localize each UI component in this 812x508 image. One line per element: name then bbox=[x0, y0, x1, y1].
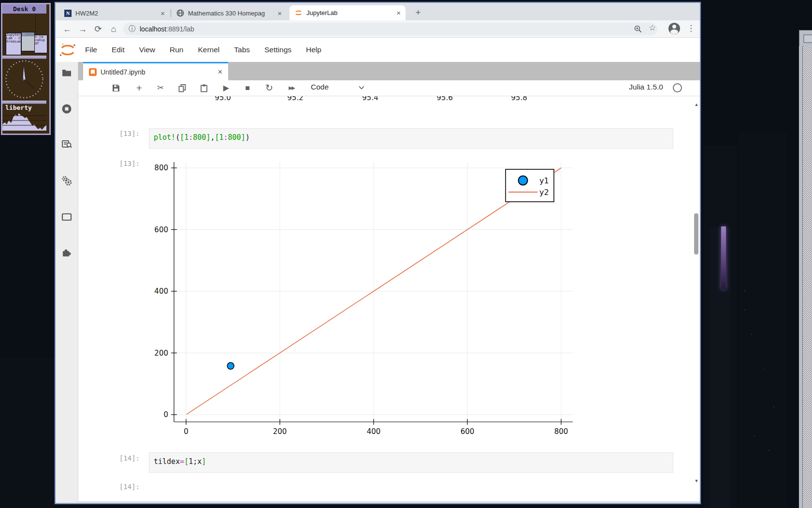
pager-titlebar[interactable]: Desk 0 bbox=[2, 4, 46, 14]
svg-text:600: 600 bbox=[461, 427, 475, 436]
zoom-icon[interactable] bbox=[634, 25, 642, 33]
tab-favicon-n: N bbox=[64, 10, 72, 17]
jupyter-logo bbox=[58, 43, 77, 58]
svg-text:y2: y2 bbox=[539, 188, 549, 197]
scroll-down-icon[interactable]: ▼ bbox=[693, 478, 700, 483]
input-prompt: [13]: bbox=[93, 130, 140, 137]
menu-settings[interactable]: Settings bbox=[257, 45, 299, 54]
background-window-scrollbar[interactable] bbox=[803, 46, 811, 508]
clipped-axis-label: 95.8 bbox=[511, 96, 527, 102]
command-palette-icon[interactable] bbox=[61, 138, 72, 150]
pager-window[interactable]: JupyterLab - Chromium bbox=[6, 33, 21, 55]
pager-window[interactable]: s-ja-canipdf bbox=[34, 35, 47, 53]
reload-icon[interactable]: ⟳ bbox=[92, 23, 104, 35]
notebook-tab[interactable]: Untitled7.ipynb × bbox=[83, 62, 228, 80]
clipped-axis-label: 95.0 bbox=[215, 96, 231, 102]
address-bar[interactable]: ⓘ localhost:8891/lab bbox=[123, 23, 657, 35]
background-window-edge bbox=[799, 30, 812, 508]
tab-close-icon[interactable]: × bbox=[396, 9, 401, 16]
browser-urlbar: ← → ⟳ ⌂ ⓘ localhost:8891/lab ☆ ⋮ bbox=[56, 20, 700, 38]
copy-cells-button[interactable] bbox=[176, 82, 188, 94]
svg-text:800: 800 bbox=[154, 164, 168, 172]
skyline-building bbox=[739, 133, 787, 508]
home-icon[interactable]: ⌂ bbox=[108, 23, 119, 35]
svg-text:200: 200 bbox=[154, 349, 168, 358]
back-icon[interactable]: ← bbox=[61, 23, 73, 35]
menu-tabs[interactable]: Tabs bbox=[227, 45, 257, 54]
paste-cells-button[interactable] bbox=[198, 82, 210, 94]
extension-manager-icon[interactable] bbox=[61, 247, 72, 258]
cell-type-dropdown[interactable]: Code bbox=[311, 83, 329, 91]
add-cell-button[interactable]: + bbox=[133, 82, 145, 94]
skyline-building bbox=[0, 358, 55, 508]
svg-text:800: 800 bbox=[554, 427, 568, 436]
code-cell-input[interactable]: tildex=[1;x] bbox=[149, 452, 673, 473]
text-output: 3-element Array{Float64,1}: 1.0 bbox=[149, 480, 267, 501]
kernel-name[interactable]: Julia 1.5.0 bbox=[629, 83, 663, 91]
browser-tab-jupyterlab[interactable]: JupyterLab × bbox=[290, 5, 406, 20]
browser-tab-math330[interactable]: Mathematics 330 Homepag × bbox=[172, 6, 287, 20]
skyline-spire bbox=[721, 226, 726, 289]
menu-edit[interactable]: Edit bbox=[104, 45, 132, 54]
code-cell-input[interactable]: plot!([1:800],[1:800]) bbox=[149, 128, 673, 149]
svg-text:400: 400 bbox=[154, 287, 168, 296]
pager-window[interactable]: ~ bbox=[21, 32, 35, 51]
menu-kernel[interactable]: Kernel bbox=[190, 45, 227, 54]
save-button[interactable] bbox=[110, 82, 122, 94]
input-prompt: [14]: bbox=[93, 454, 140, 462]
restart-kernel-button[interactable]: ↻ bbox=[263, 82, 276, 94]
notebook-content: 95.0 95.2 95.4 95.6 95.8 [13]: plot!([1:… bbox=[78, 96, 694, 501]
site-info-icon[interactable]: ⓘ bbox=[129, 25, 135, 33]
tab-close-icon[interactable]: × bbox=[160, 10, 165, 17]
scrollbar-thumb[interactable] bbox=[694, 213, 698, 254]
svg-text:y1: y1 bbox=[539, 176, 549, 185]
globe-icon bbox=[176, 9, 184, 17]
dock-tab-bar: Untitled7.ipynb × bbox=[78, 62, 700, 80]
svg-text:0: 0 bbox=[163, 410, 168, 419]
output-prompt: [14]: bbox=[93, 483, 140, 491]
clipped-axis-label: 95.6 bbox=[436, 96, 452, 102]
skyline-lights bbox=[744, 290, 745, 291]
desktop: Desk 0 JupyterLab - Chromium ~ s-ja-cani… bbox=[0, 0, 812, 508]
pager[interactable]: JupyterLab - Chromium ~ s-ja-canipdf bbox=[2, 14, 46, 56]
tab-close-icon[interactable]: × bbox=[277, 10, 282, 17]
menu-file[interactable]: File bbox=[78, 45, 104, 54]
scroll-up-icon[interactable]: ▲ bbox=[693, 102, 700, 107]
property-inspector-gears-icon[interactable] bbox=[61, 175, 72, 186]
clipped-axis-label: 95.2 bbox=[287, 96, 303, 102]
url-text: localhost:8891/lab bbox=[140, 25, 194, 33]
menu-run[interactable]: Run bbox=[162, 45, 190, 54]
clipped-axis-label: 95.4 bbox=[362, 96, 378, 102]
bookmark-star-icon[interactable]: ☆ bbox=[649, 23, 656, 33]
file-browser-icon[interactable] bbox=[61, 67, 72, 78]
dock-clock bbox=[2, 58, 46, 101]
cut-cells-button[interactable]: ✂ bbox=[154, 82, 167, 94]
code-line: tildex=[1;x] bbox=[154, 457, 206, 466]
jupyterlab-sidebar bbox=[56, 62, 78, 502]
notebook-scrollbar: ▲ ▼ bbox=[693, 96, 700, 501]
running-kernels-icon[interactable] bbox=[61, 103, 72, 115]
plot-svg: 02004006008000200400600800y1y2 bbox=[145, 151, 580, 442]
browser-tab-hw2m2[interactable]: N HW2M2 × bbox=[59, 6, 170, 20]
svg-text:0: 0 bbox=[184, 427, 188, 436]
open-tabs-icon[interactable] bbox=[61, 211, 72, 223]
notebook-tab-close-icon[interactable]: × bbox=[218, 68, 222, 76]
kernel-status-indicator bbox=[673, 83, 682, 92]
cell-type-chevron-icon[interactable] bbox=[359, 86, 364, 90]
menu-help[interactable]: Help bbox=[299, 45, 329, 54]
background-window-titlebar[interactable] bbox=[799, 30, 812, 47]
interrupt-kernel-button[interactable]: ■ bbox=[241, 82, 254, 94]
output-prompt: [13]: bbox=[93, 160, 140, 167]
browser-tabstrip: N HW2M2 × Mathematics 330 Homepag × Jupy… bbox=[56, 3, 700, 20]
notebook-toolbar: + ✂ ▶ ■ ↻ ▶▶ Code Julia 1.5.0 bbox=[78, 80, 700, 96]
profile-avatar[interactable] bbox=[668, 23, 680, 34]
run-cell-button[interactable]: ▶ bbox=[220, 82, 232, 94]
jupyter-favicon bbox=[294, 9, 303, 17]
browser-menu-icon[interactable]: ⋮ bbox=[687, 23, 695, 33]
menu-view[interactable]: View bbox=[132, 45, 162, 54]
run-all-button[interactable]: ▶▶ bbox=[285, 82, 298, 94]
forward-icon[interactable]: → bbox=[77, 23, 88, 35]
skyline-building bbox=[710, 227, 731, 508]
new-tab-button[interactable]: + bbox=[412, 7, 424, 18]
svg-text:400: 400 bbox=[367, 427, 381, 436]
